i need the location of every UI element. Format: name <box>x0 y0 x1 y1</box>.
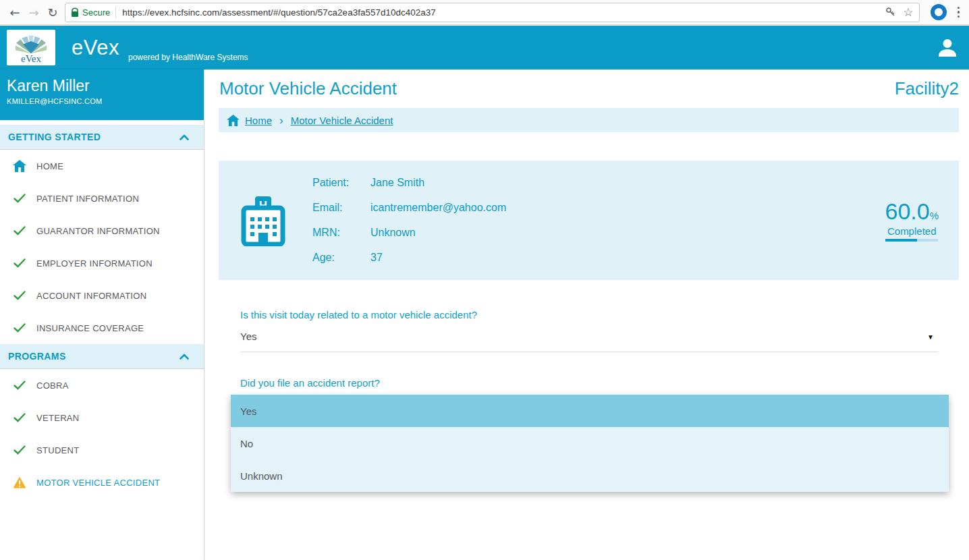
question-1: Is this visit today related to a motor v… <box>240 309 938 352</box>
browser-reload-icon[interactable]: ↻ <box>43 3 62 22</box>
browser-toolbar: ← → ↻ Secure https://evex.hcfsinc.com/as… <box>0 0 969 25</box>
logo-text: eVex <box>21 54 41 64</box>
field-mrn: MRN: Unknown <box>312 221 506 246</box>
brand-tagline: powered by HealthWare Systems <box>128 53 248 62</box>
sidebar-item-label: EMPLOYER INFORMATION <box>36 258 153 269</box>
omnibox-divider <box>115 7 116 18</box>
breadcrumb: Home › Motor Vehicle Accident <box>219 108 959 132</box>
section-header-getting-started[interactable]: GETTING STARTED <box>0 125 204 150</box>
field-value: Unknown <box>370 227 416 239</box>
chevron-up-icon <box>179 134 189 140</box>
sidebar-item-cobra[interactable]: COBRA <box>0 369 204 401</box>
dropdown-option-unknown[interactable]: Unknown <box>231 459 949 492</box>
field-label: Patient: <box>312 177 370 189</box>
breadcrumb-home-icon[interactable] <box>227 115 240 126</box>
main-content: Motor Vehicle Accident Facility2 Home › … <box>205 69 969 560</box>
url-text[interactable]: https://evex.hcfsinc.com/assessment/#/qu… <box>122 7 879 18</box>
browser-menu-icon[interactable] <box>953 4 964 21</box>
sidebar-item-label: GUARANTOR INFORMATION <box>36 226 160 236</box>
sidebar-item-label: INSURANCE COVERAGE <box>36 323 144 333</box>
browser-back-icon[interactable]: ← <box>5 3 24 22</box>
sidebar-item-label: ACCOUNT INFORMATION <box>36 291 146 301</box>
section-label: PROGRAMS <box>8 351 66 362</box>
sidebar-item-label: PATIENT INFORMATION <box>36 194 139 204</box>
sidebar-item-home[interactable]: HOME <box>0 150 204 182</box>
check-icon <box>11 381 28 390</box>
warning-icon <box>11 476 28 488</box>
question-1-select[interactable]: Yes ▼ <box>240 331 938 352</box>
page-title-row: Motor Vehicle Accident Facility2 <box>205 69 969 99</box>
sidebar-item-label: COBRA <box>36 381 69 391</box>
dropdown-option-no[interactable]: No <box>231 427 949 459</box>
breadcrumb-home-link[interactable]: Home <box>245 115 272 126</box>
field-value: Jane Smith <box>370 177 424 189</box>
field-label: MRN: <box>312 227 370 239</box>
dropdown-option-yes[interactable]: Yes <box>231 395 949 427</box>
progress-bar <box>885 239 938 242</box>
sidebar-item-label: STUDENT <box>36 445 80 455</box>
progress-bar-fill <box>885 239 917 242</box>
page-title: Motor Vehicle Accident <box>219 78 397 99</box>
check-icon <box>11 291 28 300</box>
breadcrumb-current-link[interactable]: Motor Vehicle Accident <box>291 115 393 126</box>
sidebar-item-guarantor-information[interactable]: GUARANTOR INFORMATION <box>0 215 204 247</box>
field-age: Age: 37 <box>312 246 506 271</box>
check-icon <box>11 323 28 333</box>
user-email: KMILLER@HCFSINC.COM <box>7 97 204 105</box>
check-icon <box>11 445 28 455</box>
check-icon <box>11 194 28 203</box>
question-2-dropdown: Yes No Unknown <box>231 395 949 492</box>
progress-percent: 60.0% <box>885 199 939 224</box>
dropdown-caret-icon[interactable]: ▼ <box>927 333 934 341</box>
browser-forward-icon[interactable]: → <box>24 3 43 22</box>
sidebar-item-label: HOME <box>36 161 63 171</box>
section-label: GETTING STARTED <box>8 132 101 142</box>
secure-lock-icon <box>71 7 79 18</box>
evex-logo[interactable]: eVex <box>7 30 55 65</box>
chevron-up-icon <box>179 354 189 360</box>
address-bar[interactable]: Secure https://evex.hcfsinc.com/assessme… <box>65 3 920 22</box>
sidebar-item-label: VETERAN <box>36 413 80 423</box>
question-1-selected-value: Yes <box>240 331 256 342</box>
bookmark-star-icon[interactable]: ☆ <box>903 5 913 19</box>
field-value: icantremember@yahoo.com <box>370 202 506 214</box>
sidebar-user-block: Karen Miller KMILLER@HCFSINC.COM <box>0 69 204 120</box>
sidebar: Karen Miller KMILLER@HCFSINC.COM GETTING… <box>0 69 204 560</box>
secure-label: Secure <box>82 7 110 18</box>
check-icon <box>11 226 28 235</box>
browser-profile-icon[interactable] <box>931 4 947 20</box>
field-label: Email: <box>312 202 370 214</box>
question-1-text: Is this visit today related to a motor v… <box>240 309 938 320</box>
password-key-icon[interactable] <box>885 7 896 18</box>
check-icon <box>11 258 28 268</box>
check-icon <box>11 413 28 422</box>
question-2-text: Did you file an accident report? <box>240 377 969 389</box>
section-header-programs[interactable]: PROGRAMS <box>0 344 204 369</box>
breadcrumb-separator-icon: › <box>279 115 283 126</box>
user-avatar-icon[interactable] <box>936 36 959 59</box>
progress-summary: 60.0% Completed <box>885 199 939 241</box>
field-value: 37 <box>370 252 383 264</box>
hospital-icon: H <box>241 195 285 246</box>
home-icon <box>11 160 28 172</box>
sidebar-item-account-information[interactable]: ACCOUNT INFORMATION <box>0 279 204 312</box>
field-patient: Patient: Jane Smith <box>312 171 506 196</box>
question-2: Did you file an accident report? <box>240 377 969 389</box>
sidebar-item-insurance-coverage[interactable]: INSURANCE COVERAGE <box>0 312 204 344</box>
progress-label[interactable]: Completed <box>885 225 939 237</box>
patient-summary-card: H Patient: Jane Smith Email: icantrememb… <box>219 161 959 280</box>
sidebar-item-employer-information[interactable]: EMPLOYER INFORMATION <box>0 247 204 279</box>
sidebar-item-label: MOTOR VEHICLE ACCIDENT <box>36 478 160 488</box>
user-name: Karen Miller <box>7 77 204 95</box>
field-label: Age: <box>312 252 370 264</box>
sidebar-item-veteran[interactable]: VETERAN <box>0 401 204 434</box>
sidebar-item-patient-information[interactable]: PATIENT INFORMATION <box>0 182 204 215</box>
sidebar-item-student[interactable]: STUDENT <box>0 434 204 466</box>
facility-label: Facility2 <box>895 78 959 99</box>
app-header: eVex eVex powered by HealthWare Systems <box>0 26 969 69</box>
patient-fields: Patient: Jane Smith Email: icantremember… <box>312 171 506 271</box>
sidebar-item-motor-vehicle-accident[interactable]: MOTOR VEHICLE ACCIDENT <box>0 466 204 499</box>
field-email: Email: icantremember@yahoo.com <box>312 196 506 221</box>
brand-name: eVex <box>72 36 119 60</box>
